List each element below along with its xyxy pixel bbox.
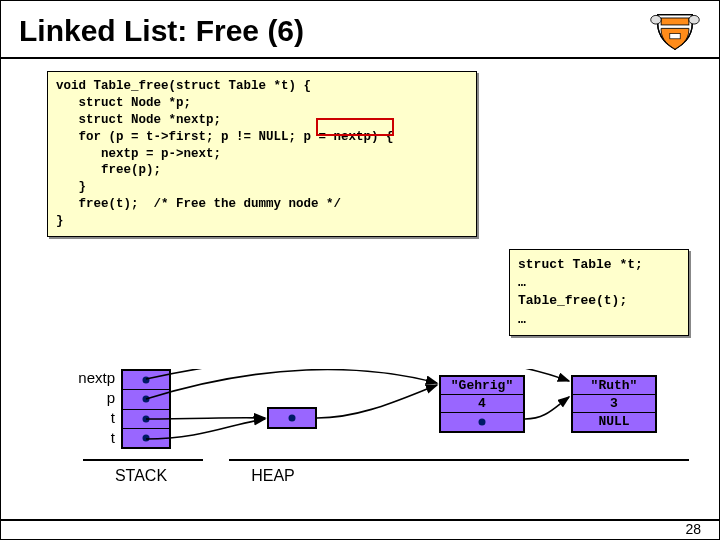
code-line: for (p = t->first; p != NULL; p = nextp)… bbox=[56, 130, 394, 144]
var-label-t-caller: t bbox=[65, 429, 115, 446]
svg-point-2 bbox=[651, 15, 661, 24]
pointer-dot-icon bbox=[143, 396, 150, 403]
diagram-area: nextp p t t STACK HEAP "Gehrig" 4 "Ruth"… bbox=[1, 369, 720, 519]
code-line: } bbox=[56, 180, 86, 194]
code-line: free(p); bbox=[56, 163, 161, 177]
pointer-dot-icon bbox=[479, 419, 486, 426]
heap-label: HEAP bbox=[233, 467, 313, 485]
pointer-dot-icon bbox=[143, 415, 150, 422]
node-next: NULL bbox=[573, 413, 655, 431]
stack-cell-t bbox=[123, 410, 169, 429]
code-line: Table_free(t); bbox=[518, 293, 627, 308]
var-label-nextp: nextp bbox=[65, 369, 115, 386]
code-line: nextp = p->next; bbox=[56, 147, 221, 161]
code-line: … bbox=[518, 312, 526, 327]
princeton-shield-icon bbox=[649, 9, 701, 53]
title-rule bbox=[1, 57, 719, 59]
stack-underline bbox=[83, 459, 203, 463]
node-ruth: "Ruth" 3 NULL bbox=[571, 375, 657, 433]
code-line: free(t); /* Free the dummy node */ bbox=[56, 197, 341, 211]
slide: Linked List: Free (6) void Table_free(st… bbox=[0, 0, 720, 540]
var-label-p: p bbox=[65, 389, 115, 406]
node-key: "Ruth" bbox=[573, 377, 655, 395]
svg-rect-0 bbox=[661, 18, 689, 25]
stack-cell-t2 bbox=[123, 429, 169, 447]
code-line: struct Node *p; bbox=[56, 96, 191, 110]
pointer-dot-icon bbox=[143, 377, 150, 384]
stack-label: STACK bbox=[101, 467, 181, 485]
node-gehrig: "Gehrig" 4 bbox=[439, 375, 525, 433]
code-line: … bbox=[518, 275, 526, 290]
footer-rule bbox=[1, 519, 719, 521]
stack-frame bbox=[121, 369, 171, 449]
node-val: 3 bbox=[573, 395, 655, 413]
code-line: struct Node *nextp; bbox=[56, 113, 221, 127]
svg-point-3 bbox=[689, 15, 699, 24]
node-val: 4 bbox=[441, 395, 523, 413]
code-line: struct Table *t; bbox=[518, 257, 643, 272]
node-next bbox=[441, 413, 523, 431]
stack-cell-nextp bbox=[123, 371, 169, 390]
code-block: void Table_free(struct Table *t) { struc… bbox=[47, 71, 477, 237]
stack-cell-p bbox=[123, 390, 169, 409]
svg-rect-1 bbox=[670, 34, 680, 39]
page-number: 28 bbox=[685, 521, 701, 537]
title-row: Linked List: Free (6) bbox=[1, 1, 719, 59]
var-label-t-local: t bbox=[65, 409, 115, 426]
pointer-dot-icon bbox=[289, 415, 296, 422]
pointer-dot-icon bbox=[143, 434, 150, 441]
slide-title: Linked List: Free (6) bbox=[19, 14, 304, 48]
table-dummy-node bbox=[267, 407, 317, 429]
code-line: void Table_free(struct Table *t) { bbox=[56, 79, 311, 93]
node-key: "Gehrig" bbox=[441, 377, 523, 395]
caller-code-block: struct Table *t; … Table_free(t); … bbox=[509, 249, 689, 336]
heap-underline bbox=[229, 459, 689, 463]
code-line: } bbox=[56, 214, 64, 228]
